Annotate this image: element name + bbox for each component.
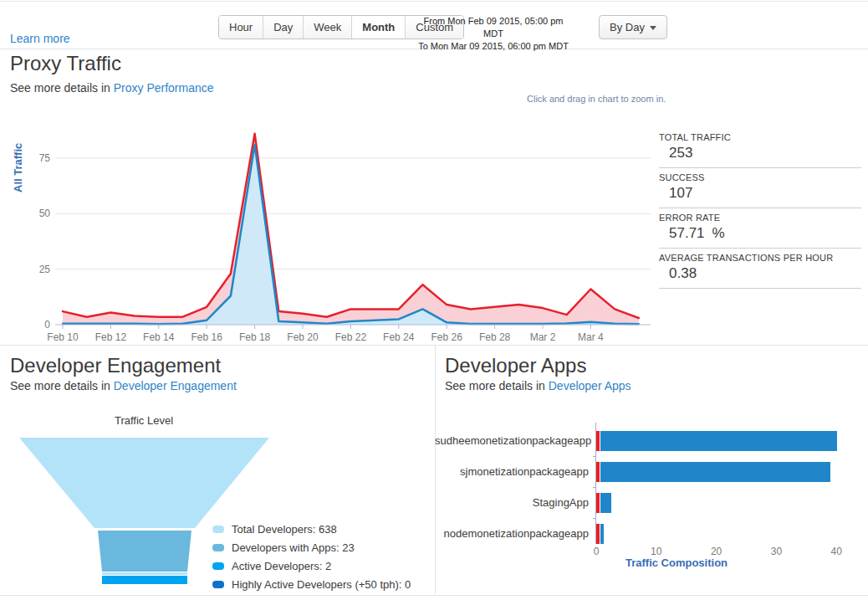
bar-segment-traffic: [600, 493, 611, 513]
bar-segment-errors: [596, 431, 600, 451]
svg-text:Feb 14: Feb 14: [143, 331, 175, 343]
range-button-hour[interactable]: Hour: [219, 16, 263, 38]
granularity-label: By Day: [610, 21, 645, 33]
legend-swatch-icon: [212, 581, 224, 588]
date-range-text: From Mon Feb 09 2015, 05:00 pm MDT To Mo…: [418, 15, 569, 53]
bar-segment-errors: [596, 493, 600, 513]
svg-text:Feb 28: Feb 28: [479, 331, 511, 343]
developer-apps-link[interactable]: Developer Apps: [549, 379, 631, 392]
svg-text:Feb 16: Feb 16: [191, 331, 223, 343]
bar-segment-traffic: [600, 524, 604, 544]
bar-segment-errors: [596, 524, 600, 544]
legend-item: Developers with Apps: 23: [212, 538, 411, 556]
chevron-down-icon: [650, 26, 656, 30]
legend-item: Highly Active Developers (+50 tph): 0: [212, 575, 411, 593]
stat-value: 253: [659, 145, 861, 162]
stat-label: ERROR RATE: [659, 213, 861, 223]
developer-engagement-link[interactable]: Developer Engagement: [114, 379, 237, 392]
funnel-legend: Total Developers: 638Developers with App…: [212, 520, 411, 593]
svg-text:Feb 12: Feb 12: [95, 331, 127, 343]
svg-text:Feb 26: Feb 26: [431, 331, 463, 343]
learn-more-link[interactable]: Learn more: [10, 32, 70, 45]
stat-total-traffic: TOTAL TRAFFIC253: [659, 128, 861, 168]
stat-average-transactions-per-hour: AVERAGE TRANSACTIONS PER HOUR0.38: [659, 249, 861, 289]
apps-x-axis-title: Traffic Composition: [435, 556, 818, 569]
svg-text:Mar 2: Mar 2: [530, 331, 556, 343]
stat-value: 107: [659, 185, 861, 202]
developer-engagement-subtitle: See more details in Developer Engagement: [10, 379, 237, 392]
stat-value: 0.38: [659, 265, 861, 282]
x-tick-label: 20: [711, 546, 722, 557]
svg-text:Feb 22: Feb 22: [335, 331, 367, 343]
bar-segment-traffic: [600, 431, 838, 451]
range-button-day[interactable]: Day: [263, 16, 303, 38]
app-bar-row: sudheemonetizationpackageapp: [435, 425, 868, 456]
stacked-bar: [596, 493, 611, 513]
app-category-label: StagingApp: [435, 496, 596, 509]
legend-swatch-icon: [212, 526, 224, 533]
legend-label: Developers with Apps: 23: [232, 541, 355, 554]
legend-label: Highly Active Developers (+50 tph): 0: [232, 578, 411, 591]
legend-swatch-icon: [212, 544, 224, 551]
proxy-traffic-chart[interactable]: Feb 10Feb 12Feb 14Feb 16Feb 18Feb 20Feb …: [0, 115, 661, 350]
app-bar-row: StagingApp: [435, 487, 868, 518]
apps-bar-rows: sudheemonetizationpackageappsjmonetizati…: [435, 425, 868, 549]
bar-segment-errors: [596, 462, 600, 482]
range-button-week[interactable]: Week: [303, 16, 351, 38]
developer-apps-title: Developer Apps: [445, 354, 586, 377]
svg-text:Feb 10: Feb 10: [47, 331, 79, 343]
svg-text:Feb 20: Feb 20: [287, 331, 319, 343]
granularity-dropdown[interactable]: By Day: [599, 15, 667, 39]
stat-label: AVERAGE TRANSACTIONS PER HOUR: [659, 253, 861, 263]
stat-label: SUCCESS: [659, 172, 861, 182]
svg-text:50: 50: [39, 208, 51, 219]
svg-text:Feb 18: Feb 18: [239, 331, 271, 343]
legend-item: Total Developers: 638: [212, 520, 411, 538]
stat-label: TOTAL TRAFFIC: [659, 132, 861, 142]
app-bar-row: sjmonetizationpackageapp: [435, 456, 868, 487]
funnel-title: Traffic Level: [80, 414, 207, 427]
subtitle-prefix: See more details in: [10, 379, 110, 392]
svg-text:Feb 24: Feb 24: [383, 331, 415, 343]
analytics-dashboard: Learn more HourDayWeekMonthCustom From M…: [0, 0, 868, 600]
x-tick-label: 0: [594, 546, 600, 557]
svg-text:Mar 4: Mar 4: [578, 331, 604, 343]
subtitle-prefix: See more details in: [445, 379, 545, 392]
developer-apps-subtitle: See more details in Developer Apps: [445, 379, 631, 392]
stacked-bar: [596, 524, 604, 544]
subtitle-prefix: See more details in: [10, 81, 110, 95]
svg-text:75: 75: [39, 152, 51, 164]
developer-apps-chart[interactable]: sudheemonetizationpackageappsjmonetizati…: [435, 423, 868, 569]
svg-text:0: 0: [44, 319, 50, 331]
bar-segment-traffic: [600, 462, 831, 482]
range-button-month[interactable]: Month: [351, 16, 405, 38]
legend-item: Active Developers: 2: [212, 556, 411, 575]
date-from: From Mon Feb 09 2015, 05:00 pm MDT: [418, 15, 569, 40]
app-category-label: sudheemonetizationpackageapp: [435, 434, 596, 447]
app-bar-row: nodemonetizationpackageapp: [435, 518, 868, 549]
legend-label: Total Developers: 638: [232, 523, 337, 536]
stat-success: SUCCESS107: [659, 168, 861, 208]
app-category-label: sjmonetizationpackageapp: [435, 465, 596, 478]
stacked-bar: [596, 462, 830, 482]
app-category-label: nodemonetizationpackageapp: [435, 527, 596, 540]
legend-swatch-icon: [212, 562, 224, 570]
proxy-traffic-title: Proxy Traffic: [10, 52, 121, 75]
x-tick-label: 10: [651, 546, 661, 557]
proxy-performance-link[interactable]: Proxy Performance: [114, 81, 214, 95]
legend-label: Active Developers: 2: [232, 560, 331, 572]
traffic-stats-panel: TOTAL TRAFFIC253SUCCESS107ERROR RATE57.7…: [659, 128, 861, 289]
proxy-traffic-subtitle: See more details in Proxy Performance: [10, 81, 214, 95]
chart-zoom-hint: Click and drag in chart to zoom in.: [527, 94, 666, 104]
stacked-bar: [596, 431, 837, 451]
date-to: To Mon Mar 09 2015, 06:00 pm MDT: [418, 40, 569, 53]
x-tick-label: 40: [831, 546, 842, 557]
header-bar: Learn more HourDayWeekMonthCustom From M…: [0, 1, 868, 49]
stat-value: 57.71%: [659, 225, 861, 242]
stat-error-rate: ERROR RATE57.71%: [659, 208, 861, 249]
developer-engagement-title: Developer Engagement: [10, 354, 221, 377]
svg-text:25: 25: [39, 264, 51, 275]
x-tick-label: 30: [771, 546, 782, 557]
